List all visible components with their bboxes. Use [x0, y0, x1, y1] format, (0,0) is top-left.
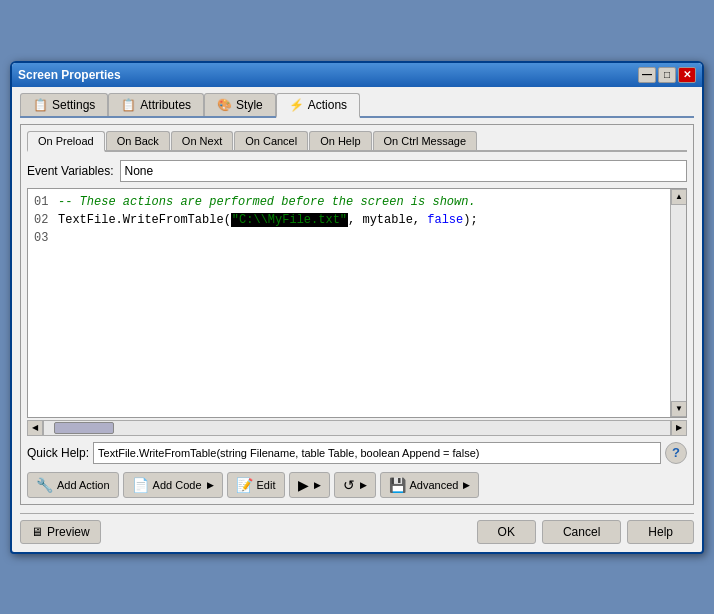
advanced-arrow-icon: ▶	[463, 480, 470, 490]
window-controls: — □ ✕	[638, 67, 696, 83]
add-code-icon: 📄	[132, 477, 149, 493]
actions-tab-icon: ⚡	[289, 98, 304, 112]
scroll-down-button[interactable]: ▼	[671, 401, 687, 417]
attributes-tab-icon: 📋	[121, 98, 136, 112]
ok-button[interactable]: OK	[477, 520, 536, 544]
main-tab-bar: 📋 Settings 📋 Attributes 🎨 Style ⚡ Action…	[20, 93, 694, 118]
title-bar: Screen Properties — □ ✕	[12, 63, 702, 87]
scroll-track[interactable]	[671, 205, 686, 401]
add-action-button[interactable]: 🔧 Add Action	[27, 472, 119, 498]
code-area[interactable]: 01 -- These actions are performed before…	[28, 189, 670, 417]
code-editor: 01 -- These actions are performed before…	[27, 188, 687, 418]
preview-button[interactable]: 🖥 Preview	[20, 520, 101, 544]
horizontal-scrollbar-row: ◀ ▶	[27, 420, 687, 436]
hscroll-track[interactable]	[43, 420, 671, 436]
cancel-button[interactable]: Cancel	[542, 520, 621, 544]
preview-icon: 🖥	[31, 525, 43, 539]
bottom-left: 🖥 Preview	[20, 520, 101, 544]
style-tab-icon: 🎨	[217, 98, 232, 112]
maximize-button[interactable]: □	[658, 67, 676, 83]
quick-help-button[interactable]: ?	[665, 442, 687, 464]
subtab-on-cancel[interactable]: On Cancel	[234, 131, 308, 150]
close-button[interactable]: ✕	[678, 67, 696, 83]
minimize-button[interactable]: —	[638, 67, 656, 83]
event-variables-label: Event Variables:	[27, 164, 114, 178]
subtab-on-help[interactable]: On Help	[309, 131, 371, 150]
subtab-on-next[interactable]: On Next	[171, 131, 233, 150]
tab-actions[interactable]: ⚡ Actions	[276, 93, 360, 118]
screen-properties-window: Screen Properties — □ ✕ 📋 Settings 📋 Att…	[10, 61, 704, 554]
code-line-2: 02 TextFile.WriteFromTable("C:\\MyFile.t…	[34, 211, 664, 229]
vertical-scrollbar[interactable]: ▲ ▼	[670, 189, 686, 417]
inner-panel: On Preload On Back On Next On Cancel On …	[20, 124, 694, 505]
add-action-icon: 🔧	[36, 477, 53, 493]
settings-tab-icon: 📋	[33, 98, 48, 112]
edit-icon: 📝	[236, 477, 253, 493]
hscroll-left-button[interactable]: ◀	[27, 420, 43, 436]
subtab-on-ctrl-message[interactable]: On Ctrl Message	[373, 131, 478, 150]
add-code-arrow-icon: ▶	[207, 480, 214, 490]
run-icon-1: ▶	[298, 477, 309, 493]
advanced-icon: 💾	[389, 477, 406, 493]
tab-settings[interactable]: 📋 Settings	[20, 93, 108, 116]
bottom-bar: 🖥 Preview OK Cancel Help	[20, 513, 694, 544]
tab-attributes[interactable]: 📋 Attributes	[108, 93, 204, 116]
help-button[interactable]: Help	[627, 520, 694, 544]
bottom-right: OK Cancel Help	[477, 520, 694, 544]
edit-button[interactable]: 📝 Edit	[227, 472, 285, 498]
code-line-1: 01 -- These actions are performed before…	[34, 193, 664, 211]
run-arrow-icon-2: ▶	[360, 480, 367, 490]
run-icon-2: ↺	[343, 477, 355, 493]
advanced-button[interactable]: 💾 Advanced ▶	[380, 472, 480, 498]
code-line-3: 03	[34, 229, 664, 247]
window-content: 📋 Settings 📋 Attributes 🎨 Style ⚡ Action…	[12, 87, 702, 552]
quick-help-row: Quick Help: ?	[27, 442, 687, 464]
hscroll-right-button[interactable]: ▶	[671, 420, 687, 436]
add-code-button[interactable]: 📄 Add Code ▶	[123, 472, 223, 498]
event-variables-input[interactable]	[120, 160, 688, 182]
subtab-on-back[interactable]: On Back	[106, 131, 170, 150]
sub-tab-bar: On Preload On Back On Next On Cancel On …	[27, 131, 687, 152]
tab-style[interactable]: 🎨 Style	[204, 93, 276, 116]
scroll-up-button[interactable]: ▲	[671, 189, 687, 205]
action-buttons-row: 🔧 Add Action 📄 Add Code ▶ 📝 Edit ▶ ▶	[27, 472, 687, 498]
subtab-on-preload[interactable]: On Preload	[27, 131, 105, 152]
quick-help-input	[93, 442, 661, 464]
window-title: Screen Properties	[18, 68, 121, 82]
run-button-2[interactable]: ↺ ▶	[334, 472, 376, 498]
run-button-1[interactable]: ▶ ▶	[289, 472, 330, 498]
hscroll-thumb[interactable]	[54, 422, 114, 434]
event-variables-row: Event Variables:	[27, 160, 687, 182]
quick-help-label: Quick Help:	[27, 446, 89, 460]
run-arrow-icon-1: ▶	[314, 480, 321, 490]
